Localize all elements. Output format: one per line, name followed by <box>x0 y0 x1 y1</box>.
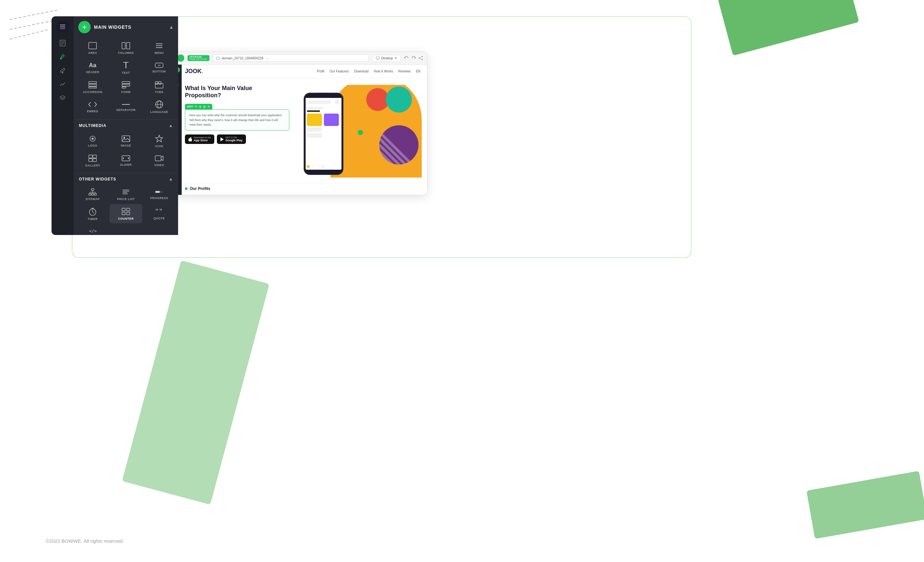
svg-rect-74 <box>217 57 220 59</box>
svg-rect-4 <box>60 26 65 27</box>
undo-icon[interactable] <box>404 56 409 60</box>
svg-rect-31 <box>155 81 158 84</box>
google-play-small-text: GET IT ON <box>226 137 243 139</box>
svg-text:": " <box>156 208 158 215</box>
url-bar[interactable]: domain_24710_1664804228 ⌄ <box>213 54 369 62</box>
widget-timer[interactable]: TIMER <box>76 204 109 223</box>
deco-purple-stripes <box>380 125 418 164</box>
widget-menu[interactable]: MENU <box>143 39 176 57</box>
widget-iframe[interactable]: </> IFRAME <box>76 224 109 235</box>
widget-icon[interactable]: ICON <box>143 131 176 150</box>
widget-button[interactable]: BUTTON <box>143 58 176 77</box>
pricelist-icon <box>122 188 130 196</box>
edit-close-icon[interactable]: ✕ <box>207 105 210 108</box>
widget-slider[interactable]: SLIDER <box>110 151 142 170</box>
icon-strip-stack[interactable] <box>57 92 69 104</box>
widget-accordion[interactable]: ACCORDION <box>76 78 109 96</box>
svg-marker-83 <box>220 137 224 141</box>
widget-counter[interactable]: COUNTER <box>110 204 142 223</box>
icon-strip-chart[interactable] <box>57 78 69 90</box>
edit-move-icon[interactable]: ⊕ <box>199 105 202 108</box>
app-store-button[interactable]: Download on the App Store <box>185 134 214 144</box>
main-widgets-chevron[interactable]: ▲ <box>169 24 174 30</box>
widget-video[interactable]: VIDEO <box>143 151 176 170</box>
redo-icon[interactable] <box>411 56 416 60</box>
widget-timer-label: TIMER <box>88 217 98 221</box>
svg-line-65 <box>93 212 94 213</box>
multimedia-header[interactable]: MULTIMEDIA ▲ <box>74 120 178 131</box>
nav-download[interactable]: Download <box>354 69 369 73</box>
svg-rect-25 <box>89 84 96 86</box>
widget-sitemap[interactable]: SITEMAP <box>76 185 109 203</box>
nav-lang[interactable]: EN <box>416 69 420 73</box>
nav-profit[interactable]: Profit <box>317 69 324 73</box>
widget-logo-label: LOGO <box>88 144 98 147</box>
our-profits-section: Our Profits <box>173 183 427 195</box>
svg-rect-42 <box>89 155 92 158</box>
desktop-button[interactable]: Desktop ▼ <box>372 55 401 62</box>
widget-gallery[interactable]: GALLERY <box>76 151 109 170</box>
share-icon[interactable] <box>418 56 423 60</box>
phone-mockup <box>302 92 345 176</box>
sidebar: + MAIN WIDGETS ▲ AREA COLUMNS <box>74 16 178 235</box>
widget-image[interactable]: IMAGE <box>110 131 142 150</box>
site-body-text: Here you can write why the customer shou… <box>189 113 285 127</box>
widget-progress[interactable]: PROGRESS <box>143 185 176 203</box>
svg-rect-69 <box>126 208 130 211</box>
text-edit-box[interactable]: Here you can write why the customer shou… <box>185 109 289 131</box>
edit-toolbar: EDIT ✏ ⊕ ⊞ ✕ <box>185 104 212 109</box>
other-widgets-header[interactable]: OTHER WIDGETS ▲ <box>74 173 178 184</box>
widget-area[interactable]: AREA <box>76 39 109 57</box>
add-widget-button[interactable]: + <box>78 21 91 33</box>
widget-embed[interactable]: EMBED <box>76 97 109 116</box>
svg-rect-44 <box>89 159 92 162</box>
svg-rect-26 <box>89 87 96 88</box>
google-play-button[interactable]: GET IT ON Google Play <box>217 134 246 144</box>
widget-quote[interactable]: "" QUOTE <box>143 204 176 223</box>
widget-tabs[interactable]: TABS <box>143 78 176 96</box>
deco-small-green-dot <box>358 130 363 135</box>
icon-strip-brush[interactable] <box>57 65 69 77</box>
iframe-icon: </> <box>88 227 97 234</box>
icon-strip-edit[interactable] <box>57 51 69 63</box>
widget-accordion-label: ACCORDION <box>83 90 102 94</box>
widget-logo[interactable]: LOGO <box>76 131 109 150</box>
upgrade-badge[interactable]: UPGRADE FREE ACCOUNT <box>188 55 209 61</box>
other-widgets-chevron: ▲ <box>169 177 173 182</box>
widget-form[interactable]: FORM <box>110 78 142 96</box>
widget-progress-label: PROGRESS <box>150 197 168 200</box>
nav-features[interactable]: Our Features <box>330 69 349 73</box>
widget-separator-label: SEPARATOR <box>116 108 136 112</box>
bowwe-logo <box>177 54 184 62</box>
widget-pricelist[interactable]: PRICE LIST <box>110 185 142 203</box>
svg-rect-99 <box>307 127 322 132</box>
icon-strip-page[interactable] <box>57 37 69 49</box>
accordion-icon <box>88 81 97 89</box>
widget-header[interactable]: Aa HEADER <box>76 58 109 77</box>
svg-rect-67 <box>122 208 125 211</box>
widget-language[interactable]: LANGUAGE <box>143 97 176 116</box>
widget-slider-label: SLIDER <box>120 163 132 167</box>
link-icon <box>216 56 220 60</box>
browser-toolbar: UPGRADE FREE ACCOUNT domain_24710_166480… <box>173 52 427 65</box>
widget-separator[interactable]: SEPARATOR <box>110 97 142 116</box>
main-widgets-title: MAIN WIDGETS <box>94 24 166 30</box>
svg-text:": " <box>159 208 162 215</box>
separator-icon <box>122 102 130 107</box>
sidebar-scroll[interactable]: AREA COLUMNS MENU Aa HEADER <box>74 38 178 235</box>
widget-columns[interactable]: COLUMNS <box>110 39 142 57</box>
main-layout: + MAIN WIDGETS ▲ AREA COLUMNS <box>74 16 178 235</box>
edit-copy-icon[interactable]: ⊞ <box>203 105 206 108</box>
svg-rect-97 <box>307 114 322 126</box>
deco-top-right <box>718 0 859 56</box>
slider-icon <box>122 155 130 162</box>
widget-text[interactable]: TEXT <box>110 58 142 77</box>
nav-howitworks[interactable]: How It Works <box>374 69 393 73</box>
widget-image-label: IMAGE <box>121 144 131 147</box>
nav-reviews[interactable]: Reviews <box>398 69 411 73</box>
heading-line2: Proposition? <box>185 92 221 99</box>
widget-icon-label: ICON <box>155 144 164 148</box>
svg-rect-3 <box>60 24 65 26</box>
edit-pencil-icon[interactable]: ✏ <box>195 105 197 108</box>
icon-strip-layers[interactable] <box>57 21 69 33</box>
